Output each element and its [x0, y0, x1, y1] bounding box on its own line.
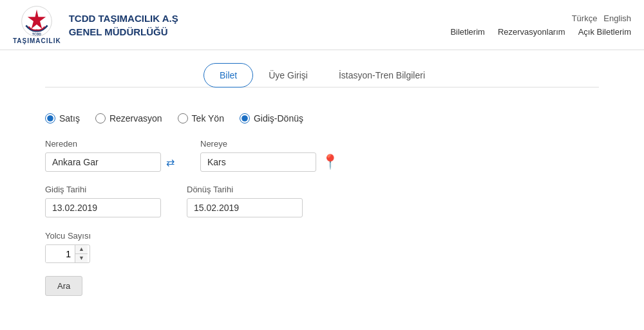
nereye-group: Nereye 📍	[200, 139, 339, 172]
language-selector: Türkçe English	[572, 14, 631, 23]
radio-satis-label: Satış	[59, 113, 80, 124]
gidis-tarihi-group: Gidiş Tarihi	[45, 185, 161, 217]
nereden-group: Nereden ⇄	[45, 139, 175, 172]
nereye-input-wrap: 📍	[200, 152, 339, 172]
donus-tarihi-input[interactable]	[187, 198, 303, 217]
tab-uye-girisi[interactable]: Üye Girişi	[253, 64, 323, 87]
radio-gidis-donus[interactable]: Gidiş-Dönüş	[240, 113, 303, 124]
trip-type-group: Satış Rezervasyon Tek Yön Gidiş-Dönüş	[45, 113, 599, 124]
radio-tek-yon-input[interactable]	[178, 113, 188, 124]
nav-biletlerim[interactable]: Biletlerim	[450, 27, 484, 37]
nav-links: Biletlerim Rezervasyonlarım Açık Biletle…	[450, 27, 631, 37]
radio-gidis-donus-input[interactable]	[240, 113, 250, 124]
tab-istasyon-tren[interactable]: İstasyon-Tren Bilgileri	[323, 64, 440, 87]
nereden-input-wrap: ⇄	[45, 152, 175, 172]
header-left: TCDD TAŞIMACILIK TCDD TAŞIMACILIK A.Ş GE…	[13, 5, 178, 44]
radio-gidis-donus-label: Gidiş-Dönüş	[254, 113, 303, 124]
logo-text-label: TAŞIMACILIK	[13, 37, 61, 44]
donus-tarihi-label: Dönüş Tarihi	[187, 185, 303, 194]
main-content: Bilet Üye Girişi İstasyon-Tren Bilgileri…	[32, 50, 612, 315]
header-right: Türkçe English Biletlerim Rezervasyonlar…	[450, 14, 631, 37]
nereye-input[interactable]	[200, 152, 316, 172]
donus-tarihi-group: Dönüş Tarihi	[187, 185, 303, 217]
radio-satis[interactable]: Satış	[45, 113, 80, 124]
location-pin-icon[interactable]: 📍	[321, 154, 339, 170]
nereye-label: Nereye	[200, 139, 339, 149]
search-button[interactable]: Ara	[45, 276, 82, 296]
radio-satis-input[interactable]	[45, 113, 55, 124]
yolcu-label: Yolcu Sayısı	[45, 231, 91, 241]
radio-rezervasyon-input[interactable]	[95, 113, 106, 124]
radio-tek-yon-label: Tek Yön	[192, 113, 224, 124]
nav-rezervasyonlarim[interactable]: Rezervasyonlarım	[498, 27, 565, 37]
station-row: Nereden ⇄ Nereye 📍	[45, 139, 599, 172]
nereden-label: Nereden	[45, 139, 175, 149]
lang-english[interactable]: English	[603, 14, 631, 23]
passenger-spinner: ▲ ▼	[45, 244, 90, 263]
swap-icon[interactable]: ⇄	[166, 156, 175, 169]
spinner-down-btn[interactable]: ▼	[75, 253, 88, 262]
header: TCDD TAŞIMACILIK TCDD TAŞIMACILIK A.Ş GE…	[0, 0, 644, 50]
spinner-up-btn[interactable]: ▲	[75, 245, 88, 253]
spinner-buttons: ▲ ▼	[75, 245, 88, 262]
tabs-container: Bilet Üye Girişi İstasyon-Tren Bilgileri	[45, 63, 599, 87]
passenger-count-input[interactable]	[46, 245, 75, 262]
tcdd-logo-icon: TCDD	[21, 5, 53, 37]
company-name: TCDD TAŞIMACILIK A.Ş GENEL MÜDÜRLÜĞÜ	[69, 12, 178, 39]
lang-turkish[interactable]: Türkçe	[572, 14, 598, 23]
passenger-group: Yolcu Sayısı ▲ ▼	[45, 230, 599, 263]
radio-rezervasyon[interactable]: Rezervasyon	[95, 113, 162, 124]
nav-acik-biletlerim[interactable]: Açık Biletlerim	[578, 27, 631, 37]
company-name-line2: GENEL MÜDÜRLÜĞÜ	[69, 25, 178, 39]
company-name-line1: TCDD TAŞIMACILIK A.Ş	[69, 12, 178, 25]
radio-rezervasyon-label: Rezervasyon	[109, 113, 162, 124]
tab-bilet[interactable]: Bilet	[204, 63, 253, 87]
ticket-form: Satış Rezervasyon Tek Yön Gidiş-Dönüş Ne…	[45, 107, 599, 302]
nereden-input[interactable]	[45, 152, 161, 172]
date-row: Gidiş Tarihi Dönüş Tarihi	[45, 185, 599, 217]
svg-text:TCDD: TCDD	[32, 32, 41, 36]
gidis-tarihi-label: Gidiş Tarihi	[45, 185, 161, 194]
logo-container: TCDD TAŞIMACILIK	[13, 5, 61, 44]
gidis-tarihi-input[interactable]	[45, 198, 161, 217]
radio-tek-yon[interactable]: Tek Yön	[178, 113, 224, 124]
